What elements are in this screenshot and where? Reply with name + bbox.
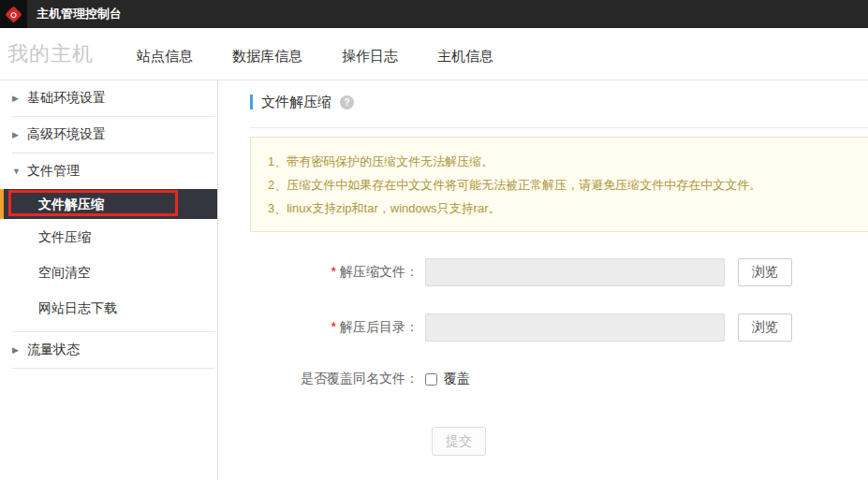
chevron-right-icon: ▶ <box>12 345 27 355</box>
sidebar-group-label: 流量状态 <box>27 342 80 358</box>
logo-box <box>0 0 27 28</box>
notice-line: 3、linux支持zip和tar，windows只支持rar。 <box>268 197 853 220</box>
chevron-right-icon: ▶ <box>12 94 27 103</box>
form-row-overwrite: 是否覆盖同名文件： 覆盖 <box>250 371 868 387</box>
title-divider <box>250 127 868 128</box>
sidebar-item-file-decompress[interactable]: 文件解压缩 <box>0 189 217 219</box>
sidebar-group-advanced-env: ▶ 高级环境设置 <box>12 117 214 153</box>
sidebar-item-site-log-download[interactable]: 网站日志下载 <box>0 290 217 326</box>
title-accent-bar <box>250 95 253 109</box>
nav-tab-my-host[interactable]: 我的主机 <box>0 40 94 68</box>
file-management-submenu: 文件解压缩 文件压缩 空间清空 网站日志下载 <box>0 189 217 326</box>
topbar: 主机管理控制台 <box>0 0 868 28</box>
overwrite-checkbox[interactable] <box>425 373 437 386</box>
sidebar-group-basic-env: ▶ 基础环境设置 <box>12 80 214 117</box>
notice-box: 1、带有密码保护的压缩文件无法解压缩。 2、压缩文件中如果存在中文文件将可能无法… <box>250 137 868 232</box>
sidebar-item-basic-env-settings[interactable]: ▶ 基础环境设置 <box>12 80 214 116</box>
page-title-row: 文件解压缩 ? <box>250 94 868 110</box>
archive-file-browse-button[interactable]: 浏览 <box>738 258 792 286</box>
target-directory-browse-button[interactable]: 浏览 <box>738 313 792 342</box>
nav-tab-operation-log[interactable]: 操作日志 <box>342 48 398 66</box>
notice-line: 1、带有密码保护的压缩文件无法解压缩。 <box>268 150 853 173</box>
sidebar-item-file-compress[interactable]: 文件压缩 <box>0 219 217 255</box>
overwrite-option-label: 覆盖 <box>444 371 470 387</box>
sidebar-item-label: 文件压缩 <box>38 229 91 244</box>
decompress-form: *解压缩文件： 浏览 *解压后目录： 浏览 是否覆盖同名文件： 覆盖 提交 <box>250 258 868 456</box>
notice-line: 2、压缩文件中如果存在中文文件将可能无法被正常解压，请避免压缩文件中存在中文文件… <box>268 173 853 197</box>
target-directory-input[interactable] <box>425 313 725 342</box>
nav-tab-site-info[interactable]: 站点信息 <box>137 48 193 66</box>
archive-file-label: *解压缩文件： <box>250 264 425 281</box>
sidebar-item-label: 空间清空 <box>38 265 91 280</box>
overwrite-label: 是否覆盖同名文件： <box>250 371 425 387</box>
app-logo-icon <box>5 6 22 22</box>
sidebar-item-label: 文件解压缩 <box>38 197 104 211</box>
form-row-target-directory: *解压后目录： 浏览 <box>250 313 868 342</box>
chevron-right-icon: ▶ <box>12 130 27 139</box>
sidebar-group-label: 高级环境设置 <box>27 126 106 143</box>
nav-tab-host-info[interactable]: 主机信息 <box>437 48 493 66</box>
form-row-submit: 提交 <box>250 427 868 456</box>
sidebar-item-label: 网站日志下载 <box>38 300 117 315</box>
sidebar-group-file-management: ▼ 文件管理 文件解压缩 文件压缩 空间清空 网站日志下载 <box>12 153 214 326</box>
nav-tab-database-info[interactable]: 数据库信息 <box>232 48 302 66</box>
sidebar-group-label: 基础环境设置 <box>27 90 106 107</box>
form-row-archive-file: *解压缩文件： 浏览 <box>250 258 868 286</box>
required-asterisk: * <box>331 264 336 279</box>
sidebar-group-traffic: ▶ 流量状态 <box>12 331 214 369</box>
main-nav: 我的主机 站点信息 数据库信息 操作日志 主机信息 <box>0 28 868 80</box>
app-title: 主机管理控制台 <box>27 0 122 28</box>
nav-tabs: 站点信息 数据库信息 操作日志 主机信息 <box>137 42 493 66</box>
sidebar: ▶ 基础环境设置 ▶ 高级环境设置 ▼ 文件管理 文件解压缩 文件压缩 <box>0 80 218 480</box>
archive-file-input[interactable] <box>425 258 725 286</box>
required-asterisk: * <box>331 319 336 334</box>
chevron-down-icon: ▼ <box>12 167 27 176</box>
sidebar-item-file-management[interactable]: ▼ 文件管理 <box>12 153 214 189</box>
sidebar-item-traffic-status[interactable]: ▶ 流量状态 <box>12 332 214 368</box>
target-directory-label: *解压后目录： <box>250 319 425 336</box>
help-icon[interactable]: ? <box>340 95 354 109</box>
submit-button[interactable]: 提交 <box>432 427 486 456</box>
sidebar-item-advanced-env-settings[interactable]: ▶ 高级环境设置 <box>12 117 214 153</box>
page-title: 文件解压缩 <box>261 94 331 111</box>
main-content: 文件解压缩 ? 1、带有密码保护的压缩文件无法解压缩。 2、压缩文件中如果存在中… <box>218 80 868 480</box>
sidebar-item-space-clear[interactable]: 空间清空 <box>0 255 217 290</box>
sidebar-group-label: 文件管理 <box>27 163 80 180</box>
